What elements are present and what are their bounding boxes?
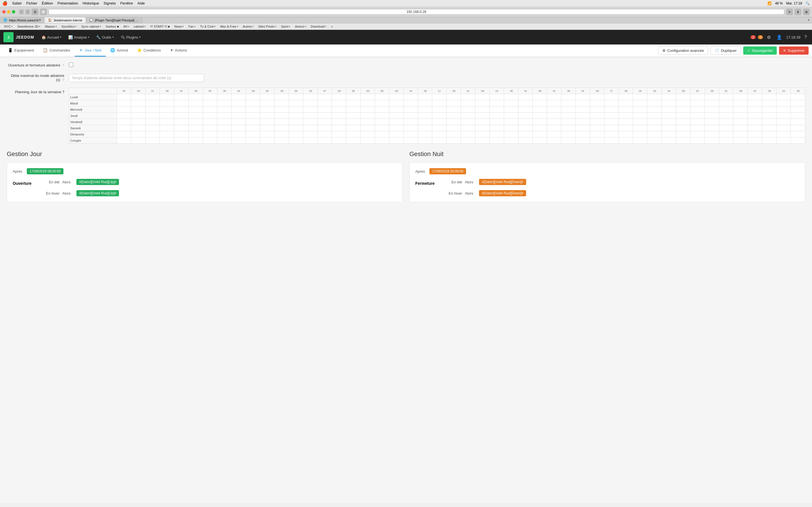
tab-forum[interactable]: 💬 [Plugin Tiers][Sujet Principal] Volets… [86,17,142,23]
bookmark-news[interactable]: News ▾ [172,24,186,29]
time-slot[interactable] [117,113,131,119]
time-slot[interactable] [389,113,403,119]
delai-input[interactable] [69,74,204,82]
time-slot[interactable] [576,131,590,137]
time-slot[interactable] [662,125,676,131]
tab-jour-nuit[interactable]: ☀ Jour / Nuit [75,45,106,57]
time-slot[interactable] [504,125,518,131]
bookmark-cabinet[interactable]: cabinet ▾ [132,24,147,29]
time-slot[interactable] [590,119,604,125]
time-slot[interactable] [432,125,447,131]
time-slot[interactable] [504,137,518,144]
time-slot[interactable] [776,119,791,125]
time-slot[interactable] [791,131,805,137]
time-slot[interactable] [475,131,490,137]
time-slot[interactable] [504,119,518,125]
time-slot[interactable] [217,119,232,125]
time-slot[interactable] [475,113,490,119]
time-slot[interactable] [174,94,188,100]
time-slot[interactable] [532,94,547,100]
time-slot[interactable] [604,94,619,100]
time-slot[interactable] [705,113,719,119]
time-slot[interactable] [375,131,389,137]
time-slot[interactable] [504,100,518,107]
time-slot[interactable] [117,94,131,100]
time-slot[interactable] [791,119,805,125]
time-slot[interactable] [619,107,633,113]
time-slot[interactable] [690,131,705,137]
time-slot[interactable] [705,119,719,125]
time-slot[interactable] [633,113,647,119]
badge-alerts[interactable]: 5 [758,35,763,39]
time-slot[interactable] [260,113,274,119]
ete-tag[interactable]: #[Salon][Volet Rue][Up]# [77,179,119,185]
time-slot[interactable] [475,119,490,125]
time-slot[interactable] [375,94,389,100]
time-slot[interactable] [361,131,375,137]
time-slot[interactable] [776,100,791,107]
time-slot[interactable] [547,137,561,144]
time-slot[interactable] [389,100,403,107]
time-slot[interactable] [274,137,289,144]
time-slot[interactable] [662,119,676,125]
time-slot[interactable] [131,119,146,125]
time-slot[interactable] [303,125,317,131]
time-slot[interactable] [576,107,590,113]
time-slot[interactable] [232,107,246,113]
time-slot[interactable] [174,119,188,125]
time-slot[interactable] [604,125,619,131]
time-slot[interactable] [361,107,375,113]
time-slot[interactable] [547,113,561,119]
time-slot[interactable] [676,100,691,107]
time-slot[interactable] [576,137,590,144]
time-slot[interactable] [532,119,547,125]
time-slot[interactable] [676,137,691,144]
time-slot[interactable] [418,131,432,137]
time-slot[interactable] [160,100,174,107]
time-slot[interactable] [447,113,461,119]
url-bar[interactable] [49,9,784,15]
time-slot[interactable] [432,107,447,113]
time-slot[interactable] [475,107,490,113]
time-slot[interactable] [461,94,475,100]
time-slot[interactable] [490,94,504,100]
supprimer-button[interactable]: ✕ Supprimer [779,47,809,55]
time-slot[interactable] [146,113,160,119]
time-slot[interactable] [690,137,705,144]
bookmark-tv-cine[interactable]: Tv & Ciné ▾ [198,24,218,29]
time-slot[interactable] [532,100,547,107]
time-slot[interactable] [260,137,274,144]
forward-button[interactable]: › [26,9,30,14]
time-slot[interactable] [389,107,403,113]
time-slot[interactable] [504,131,518,137]
time-slot[interactable] [332,94,346,100]
nuit-hiver-tag[interactable]: #[Salon][Volet Rue][Down]# [479,190,526,196]
help-icon[interactable]: ? [803,34,809,41]
bookmark-sweethome[interactable]: Sweethome 3D ▾ [15,24,42,29]
time-slot[interactable] [662,100,676,107]
time-slot[interactable] [260,107,274,113]
time-slot[interactable] [733,137,748,144]
time-slot[interactable] [619,94,633,100]
time-slot[interactable] [303,113,317,119]
time-slot[interactable] [418,107,432,113]
time-slot[interactable] [676,107,691,113]
time-slot[interactable] [232,125,246,131]
time-slot[interactable] [576,94,590,100]
back-button[interactable]: ‹ [19,9,24,14]
time-slot[interactable] [317,113,332,119]
time-slot[interactable] [561,125,576,131]
close-button[interactable] [2,10,6,13]
time-slot[interactable] [604,131,619,137]
time-slot[interactable] [346,119,361,125]
new-tab-button[interactable]: + [806,17,812,23]
time-slot[interactable] [791,113,805,119]
bookmark-mac-free[interactable]: Mac & Free ▾ [218,24,240,29]
minimize-button[interactable] [7,10,10,13]
time-slot[interactable] [289,113,303,119]
safari-menu[interactable]: Safari [12,1,22,5]
search-icon[interactable]: 🔍 [806,1,810,5]
time-slot[interactable] [375,125,389,131]
nav-outils[interactable]: 🔧 Outils ▾ [93,34,116,41]
time-slot[interactable] [232,131,246,137]
